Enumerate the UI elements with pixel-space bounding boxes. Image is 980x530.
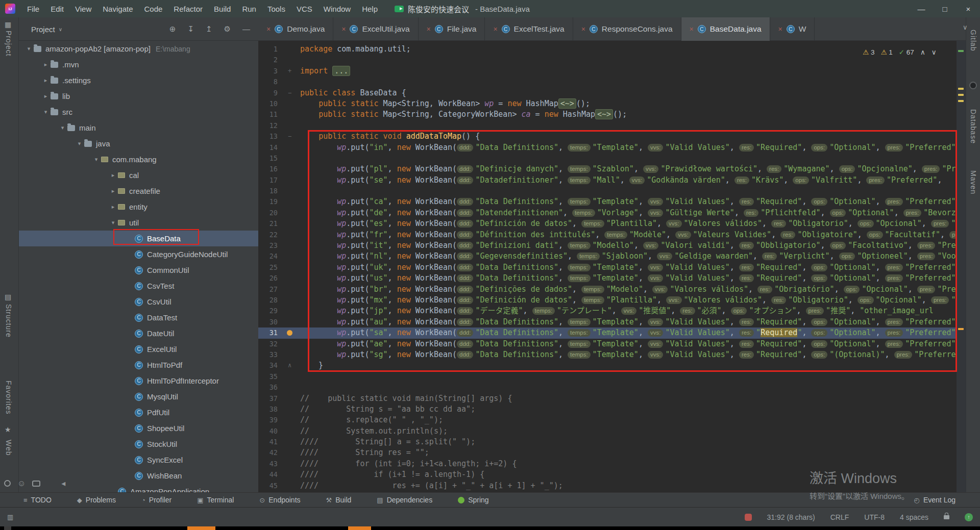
- code-line-31[interactable]: 31 wp.put("sa", new WorkBean(ddd:"Data D…: [258, 327, 957, 338]
- line-number[interactable]: 35: [258, 371, 281, 382]
- line-number[interactable]: 44: [258, 469, 281, 480]
- code-text[interactable]: //// String res = "";: [300, 447, 957, 458]
- menu-edit[interactable]: Edit: [45, 5, 69, 13]
- code-line-44[interactable]: 44//// if (i+1 != a.length-1) {: [258, 469, 957, 480]
- code-line-23[interactable]: 23 wp.put("it", new WorkBean(ddd:"Defini…: [258, 240, 957, 251]
- chat-bubble-icon[interactable]: [32, 481, 40, 487]
- tree-item-java[interactable]: ▾java: [19, 136, 258, 152]
- line-number[interactable]: 24: [258, 251, 281, 262]
- fold-marker-icon[interactable]: +: [281, 66, 300, 77]
- tree-chevron-icon[interactable]: ▸: [108, 172, 118, 179]
- inspections-indicator-icon[interactable]: [745, 514, 752, 521]
- code-line-30[interactable]: 30 wp.put("au", new WorkBean(ddd:"Data D…: [258, 317, 957, 327]
- line-number[interactable]: 27: [258, 284, 281, 295]
- code-text[interactable]: wp.put("br", new WorkBean(ddd:"Definiçõe…: [300, 284, 957, 295]
- tree-chevron-icon[interactable]: ▸: [41, 93, 51, 99]
- code-line-38[interactable]: 38// String s = "aa bb cc dd aa";: [258, 404, 957, 415]
- tree-item-cal[interactable]: ▸cal: [19, 167, 258, 183]
- maximize-button[interactable]: □: [933, 0, 957, 17]
- tab-file-java[interactable]: ×CFile.java: [419, 17, 485, 41]
- code-text[interactable]: wp.put("it", new WorkBean(ddd:"Definizio…: [300, 240, 957, 251]
- line-separator[interactable]: CRLF: [830, 513, 849, 521]
- code-line-43[interactable]: 43//// for (int i=0; i+1<a.length; i+=2)…: [258, 459, 957, 469]
- code-text[interactable]: [300, 153, 957, 164]
- code-line-1[interactable]: 1package com.mabang.util;: [258, 44, 957, 55]
- menu-vcs[interactable]: VCS: [291, 5, 318, 13]
- line-number[interactable]: 3: [258, 66, 281, 77]
- indent-style[interactable]: 4 spaces: [900, 513, 928, 521]
- tree-chevron-icon[interactable]: ▾: [75, 140, 84, 147]
- tool-button-terminal[interactable]: ▣Terminal: [197, 496, 234, 504]
- tree-item-htmltopdfinterceptor[interactable]: CHtmlToPdfInterceptor: [19, 373, 258, 389]
- line-number[interactable]: 31: [258, 327, 281, 338]
- code-text[interactable]: wp.put("sa", new WorkBean(ddd:"Data Defi…: [300, 327, 957, 338]
- code-text[interactable]: import ...: [300, 66, 957, 77]
- line-number[interactable]: 43: [258, 459, 281, 469]
- stripe-tab-favorites[interactable]: Favorites: [5, 381, 13, 415]
- tree-item-com-mabang[interactable]: ▾com.mabang: [19, 152, 258, 167]
- code-text[interactable]: wp.put("nl", new WorkBean(ddd:"Gegevensd…: [300, 251, 957, 262]
- line-number[interactable]: 36: [258, 382, 281, 393]
- code-text[interactable]: wp.put("jp", new WorkBean(ddd:"データ定義", t…: [300, 306, 957, 316]
- tree-item-main[interactable]: ▾main: [19, 120, 258, 136]
- line-number[interactable]: 41: [258, 437, 281, 447]
- fold-marker-icon[interactable]: −: [281, 131, 300, 142]
- toolwindow-toggle-icon[interactable]: ▥: [7, 513, 13, 521]
- code-line-36[interactable]: 36: [258, 382, 957, 393]
- code-line-14[interactable]: 14 wp.put("in", new WorkBean(ddd:"Data D…: [258, 142, 957, 153]
- line-number[interactable]: 34: [258, 360, 281, 371]
- tree-item-pdfutil[interactable]: CPdfUtil: [19, 405, 258, 420]
- line-number[interactable]: 16: [258, 164, 281, 174]
- code-line-35[interactable]: 35: [258, 371, 957, 382]
- stripe-tab-project[interactable]: Project: [5, 31, 13, 57]
- prev-problem-icon[interactable]: ∧: [920, 48, 925, 56]
- settings-gear-icon[interactable]: ⚙: [224, 24, 231, 34]
- tree-item-amazon-popab2-amazon-pop[interactable]: ▾amazon-popAb2 [amazon-pop]E:\mabang: [19, 41, 258, 57]
- tree-item-settings[interactable]: ▸.settings: [19, 72, 258, 88]
- tree-chevron-icon[interactable]: ▾: [108, 219, 118, 226]
- update-indicator-icon[interactable]: ↑: [965, 513, 973, 521]
- tab-close-icon[interactable]: ×: [690, 25, 694, 33]
- plugin-icon[interactable]: [969, 82, 977, 89]
- tab-responsecons-java[interactable]: ×CResponseCons.java: [573, 17, 681, 41]
- line-number[interactable]: 2: [258, 55, 281, 65]
- line-number[interactable]: 26: [258, 273, 281, 284]
- hidden-tabs-chevron-icon[interactable]: ∨: [963, 23, 968, 31]
- code-text[interactable]: public static Map<String, WorkBean> wp =…: [300, 98, 957, 109]
- code-line-19[interactable]: 19 wp.put("ca", new WorkBean(ddd:"Data D…: [258, 196, 957, 207]
- line-number[interactable]: 37: [258, 393, 281, 404]
- line-number[interactable]: 1: [258, 44, 281, 55]
- line-number[interactable]: 21: [258, 218, 281, 229]
- tree-item-categoryguidenodeutil[interactable]: CCategoryGuideNodeUtil: [19, 246, 258, 262]
- tool-button-build[interactable]: ⚒Build: [326, 496, 352, 504]
- menu-navigate[interactable]: Navigate: [97, 5, 138, 13]
- tab-basedata-java[interactable]: ×CBaseData.java: [681, 17, 770, 41]
- code-line-33[interactable]: 33 wp.put("sg", new WorkBean(ddd:"Data D…: [258, 349, 957, 360]
- tree-chevron-icon[interactable]: ▾: [91, 156, 101, 163]
- code-line-34[interactable]: 34∧ }: [258, 360, 957, 371]
- code-line-37[interactable]: 37// public static void main(String[] ar…: [258, 393, 957, 404]
- menu-window[interactable]: Window: [318, 5, 356, 13]
- code-text[interactable]: wp.put("es", new WorkBean(ddd:"Definició…: [300, 218, 957, 229]
- tree-chevron-icon[interactable]: ▸: [41, 61, 51, 68]
- line-number[interactable]: 25: [258, 262, 281, 273]
- code-text[interactable]: wp.put("au", new WorkBean(ddd:"Data Defi…: [300, 317, 957, 327]
- code-text[interactable]: //// if (i+1 != a.length-1) {: [300, 469, 957, 480]
- readonly-lock-icon[interactable]: [944, 515, 949, 519]
- tool-button-endpoints[interactable]: ⊙Endpoints: [259, 496, 300, 504]
- line-number[interactable]: 32: [258, 339, 281, 349]
- tree-item-datatest[interactable]: CDataTest: [19, 310, 258, 325]
- code-line-41[interactable]: 41//// String[] a = s.split(" ");: [258, 437, 957, 447]
- tool-button-problems[interactable]: ◆Problems: [77, 496, 116, 504]
- code-line-32[interactable]: 32 wp.put("ae", new WorkBean(ddd:"Data D…: [258, 339, 957, 349]
- code-line-12[interactable]: 12: [258, 120, 957, 131]
- tree-item-shopeeutil[interactable]: CShopeeUtil: [19, 420, 258, 436]
- line-number[interactable]: 29: [258, 306, 281, 316]
- locate-file-icon[interactable]: ⊕: [169, 24, 176, 34]
- code-line-26[interactable]: 26 wp.put("us", new WorkBean(ddd:"Data D…: [258, 273, 957, 284]
- menu-view[interactable]: View: [69, 5, 97, 13]
- code-text[interactable]: [300, 371, 957, 382]
- tree-item-src[interactable]: ▾src: [19, 104, 258, 120]
- code-line-16[interactable]: 16 wp.put("pl", new WorkBean(ddd:"Defini…: [258, 164, 957, 174]
- tree-item-lib[interactable]: ▸lib: [19, 88, 258, 104]
